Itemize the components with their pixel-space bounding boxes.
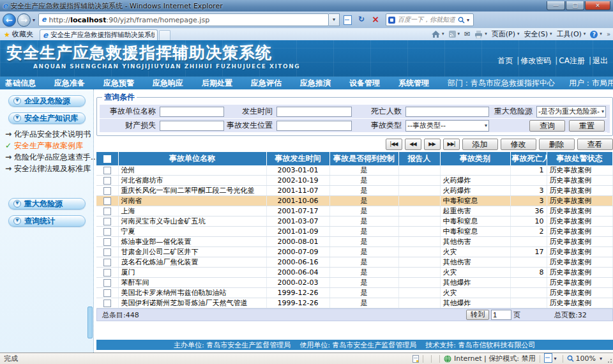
menu-safety[interactable]: 安全(S) xyxy=(524,29,549,39)
col-deaths[interactable]: 事故死亡人数 xyxy=(510,152,547,165)
row-checkbox[interactable] xyxy=(103,279,111,287)
stop-button[interactable]: × xyxy=(369,13,382,26)
menu-page[interactable]: 页面(P) xyxy=(492,29,515,39)
next-page-button[interactable]: ▶▶ xyxy=(424,139,441,150)
close-button[interactable]: × xyxy=(585,1,610,10)
home-icon[interactable] xyxy=(432,31,440,38)
maximize-button[interactable]: □ xyxy=(566,1,584,10)
row-checkbox[interactable] xyxy=(103,300,111,307)
nav-emergency-evaluation[interactable]: 应急评估 xyxy=(251,78,282,89)
row-checkbox[interactable] xyxy=(103,269,111,277)
nav-basic-info[interactable]: 基础信息 xyxy=(5,78,36,89)
nav-emergency-drill[interactable]: 应急推演 xyxy=(300,78,331,89)
delete-button[interactable]: 删除 xyxy=(539,139,575,150)
sidebar-item-chemical-msds[interactable]: → 化学品安全技术说明书 xyxy=(5,128,92,140)
table-row[interactable]: 重庆长风化一车间二苯甲酮工段二号光化釜2001-11-07是火药爆炸3历史事故案… xyxy=(96,186,612,196)
recent-pages-dropdown-icon[interactable]: ▾ xyxy=(31,17,37,23)
print-dropdown-icon[interactable]: ▾ xyxy=(485,31,487,38)
compat-dropdown-icon[interactable]: ▾ xyxy=(552,356,559,361)
more-commands-icon[interactable]: » xyxy=(607,31,610,38)
print-icon[interactable] xyxy=(474,31,483,38)
row-checkbox[interactable] xyxy=(103,187,111,195)
property-loss-input[interactable] xyxy=(160,121,224,131)
help-icon[interactable]: ? xyxy=(590,31,598,38)
row-checkbox[interactable] xyxy=(103,259,111,266)
select-all-checkbox[interactable] xyxy=(103,155,111,163)
table-row[interactable]: 河南省2001-10-06是中毒和窒息3历史事故案例 xyxy=(96,196,612,206)
row-checkbox[interactable] xyxy=(103,177,111,185)
add-button[interactable]: 添加 xyxy=(462,139,498,150)
nav-system-mgmt[interactable]: 系统管理 xyxy=(398,78,429,89)
url-input[interactable]: e http://localhost:90/yjzh/frame/homepag… xyxy=(38,13,329,26)
link-ca-register[interactable]: CA注册 xyxy=(559,56,585,65)
nav-emergency-response[interactable]: 应急响应 xyxy=(153,78,183,89)
sidebar-section-knowledge-base[interactable]: ▼ 安全生产知识库 xyxy=(8,112,86,124)
minimize-button[interactable]: — xyxy=(547,1,565,10)
sidebar-section-major-hazard[interactable]: ▼ 重大危险源 xyxy=(8,198,86,209)
edit-button[interactable]: 修改 xyxy=(501,139,536,150)
link-change-password[interactable]: 修改密码 xyxy=(520,56,551,65)
refresh-button[interactable]: ↻ xyxy=(355,13,368,26)
table-row[interactable]: 宁夏2001-01-09是中毒和窒息2历史事故案例 xyxy=(96,227,612,237)
mail-icon[interactable]: ✉ xyxy=(464,30,470,38)
page-number-input[interactable] xyxy=(491,310,511,320)
col-status[interactable]: 事故处警状态 xyxy=(547,152,612,165)
search-input[interactable]: 百度一下，你就知道 ▾ xyxy=(386,13,474,26)
deaths-input[interactable] xyxy=(405,107,489,117)
nav-emergency-prepare[interactable]: 应急准备 xyxy=(54,78,85,89)
table-row[interactable]: 茂名石化炼油厂焦化装置2000-06-16是其他伤害历史事故案例 xyxy=(96,257,612,268)
sidebar-section-query-stats[interactable]: ▼ 查询统计 xyxy=(8,215,86,227)
nav-equipment-mgmt[interactable]: 设备管理 xyxy=(349,78,380,89)
search-icon[interactable] xyxy=(458,17,465,24)
sidebar-item-hazchem-quickref[interactable]: → 危险化学品应急速查手... xyxy=(5,151,92,163)
location-input[interactable] xyxy=(276,121,352,131)
col-category[interactable]: 事故类别 xyxy=(440,152,510,165)
favorites-star-icon[interactable]: ★ xyxy=(4,31,10,39)
table-row[interactable]: 沧州2003-01-01是1历史事故案例 xyxy=(96,165,612,176)
back-button[interactable]: ← xyxy=(3,13,16,27)
resize-grip[interactable] xyxy=(606,357,612,363)
last-page-button[interactable]: ▶▶| xyxy=(443,139,460,150)
search-button[interactable]: 查询 xyxy=(529,120,565,132)
reset-button[interactable]: 重置 xyxy=(569,120,605,132)
compatibility-view-button[interactable] xyxy=(341,13,354,26)
table-row[interactable]: 炼油事业部—催化装置2000-08-01是其他伤害历史事故案例 xyxy=(96,237,612,247)
browser-tab[interactable]: e 安全生产应急救援指挥辅助决策系统 xyxy=(40,29,158,40)
row-checkbox[interactable] xyxy=(103,238,111,246)
compat-status-icon[interactable] xyxy=(544,353,552,364)
menu-tools[interactable]: 工具(O) xyxy=(557,29,582,39)
sidebar-item-accident-cases[interactable]: ✓ 安全生产事故案例库 xyxy=(5,140,92,151)
row-checkbox[interactable] xyxy=(103,289,111,297)
feeds-icon[interactable] xyxy=(449,31,456,38)
row-checkbox[interactable] xyxy=(103,228,111,236)
table-row[interactable]: 河北省廊坊市2002-10-19是火药爆炸历史事故案例 xyxy=(96,176,612,186)
sidebar-section-enterprise-hazard[interactable]: ▼ 企业及危险源 xyxy=(8,95,86,107)
table-row[interactable]: 苯酐车间2000-02-03是其他爆炸历史事故案例 xyxy=(96,278,612,288)
occur-time-input[interactable] xyxy=(276,107,352,117)
row-checkbox[interactable] xyxy=(103,197,111,205)
unit-name-input[interactable] xyxy=(160,107,224,117)
first-page-button[interactable]: |◀◀ xyxy=(386,139,402,150)
table-row[interactable]: 河南灵宝市义寺山金矿五坑2001-03-07是中毒和窒息10历史事故案例 xyxy=(96,216,612,227)
table-row[interactable]: 上海2001-07-17是起重伤害36历史事故案例 xyxy=(96,206,612,216)
search-options-dropdown-icon[interactable]: ▾ xyxy=(465,17,471,23)
favorites-label[interactable]: 收藏夹 xyxy=(12,29,33,39)
table-row[interactable]: 美国伊利诺斯州芝加哥炼油厂天然气管道1999-12-26是其他爆炸历史事故案例 xyxy=(96,298,612,308)
sidebar-scrollbar[interactable] xyxy=(87,307,93,338)
accident-type-select[interactable]: --事故类型--▾ xyxy=(405,120,489,132)
prev-page-button[interactable]: ◀◀ xyxy=(405,139,421,150)
row-checkbox[interactable] xyxy=(103,167,111,174)
view-button[interactable]: 查看 xyxy=(577,139,613,150)
col-reporter[interactable]: 报告人 xyxy=(398,152,440,165)
row-checkbox[interactable] xyxy=(103,248,111,256)
sidebar-item-laws-standards[interactable]: → 安全法律法规及标准库 xyxy=(5,163,92,174)
col-unit-name[interactable]: 事故单位名称 xyxy=(118,152,266,165)
col-controlled[interactable]: 事故是否得到控制 xyxy=(329,152,398,165)
row-checkbox[interactable] xyxy=(103,208,111,215)
table-row[interactable]: 甘肃金川公司二矿区井下2000-07-09是火灾17历史事故案例 xyxy=(96,247,612,257)
link-home[interactable]: 首页 xyxy=(497,56,513,65)
table-row[interactable]: 美国北卡罗来纳州韦兹伯勒加油站1999-12-26是火灾历史事故案例 xyxy=(96,288,612,298)
table-row[interactable]: 厦门2000-06-04是火灾8历史事故案例 xyxy=(96,268,612,278)
goto-page-button[interactable]: 转到 xyxy=(466,310,489,320)
feeds-dropdown-icon[interactable]: ▾ xyxy=(458,31,460,38)
